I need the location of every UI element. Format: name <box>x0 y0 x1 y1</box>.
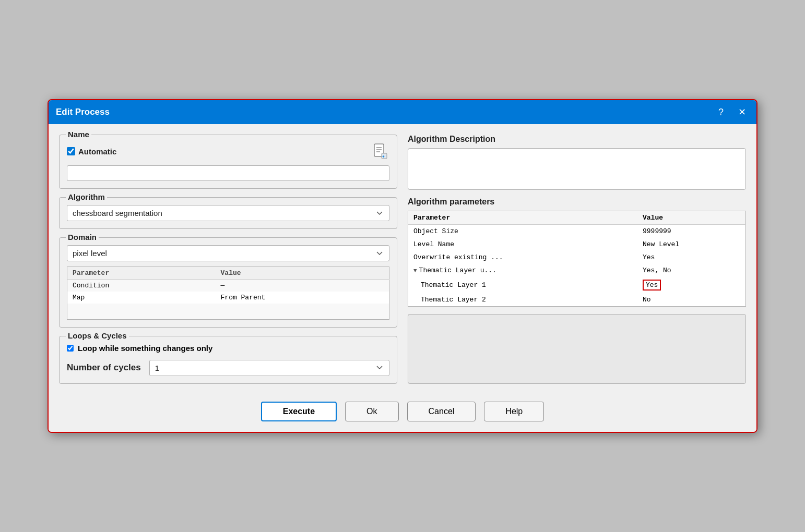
object-size-value: 9999999 <box>637 225 746 238</box>
svg-text:+: + <box>382 154 385 159</box>
thematic-layer-1-value: Yes <box>637 277 746 293</box>
map-param: Map <box>67 292 216 304</box>
loops-section-label: Loops & Cycles <box>66 331 129 340</box>
algo-table-header: Parameter Value <box>408 211 746 225</box>
title-bar-controls: ? ✕ <box>715 105 749 119</box>
table-row: Level Name New Level <box>408 238 746 251</box>
algo-params-table: Parameter Value Object Size 9999999 Leve… <box>408 211 746 307</box>
name-section: Name Automatic + <box>59 135 397 189</box>
right-panel: Algorithm Description Algorithm paramete… <box>408 135 746 384</box>
name-section-label: Name <box>66 130 91 139</box>
svg-rect-3 <box>376 151 380 152</box>
algo-param-header: Parameter <box>408 211 637 225</box>
dialog-footer: Execute Ok Cancel Help <box>49 394 756 432</box>
cancel-button[interactable]: Cancel <box>407 402 476 421</box>
domain-table-header: Parameter Value <box>67 267 389 280</box>
left-panel: Name Automatic + <box>59 135 397 384</box>
algorithm-section-label: Algorithm <box>66 192 107 201</box>
help-button[interactable]: ? <box>715 106 727 119</box>
file-svg-icon: + <box>373 143 388 160</box>
execute-button[interactable]: Execute <box>261 402 337 421</box>
highlighted-value: Yes <box>643 280 661 291</box>
level-name-value: New Level <box>637 238 746 251</box>
table-row: Map From Parent <box>67 292 389 304</box>
loops-section: Loops & Cycles Loop while something chan… <box>59 336 397 384</box>
object-size-param: Object Size <box>408 225 637 238</box>
thematic-layer-u-value: Yes, No <box>637 264 746 277</box>
bottom-text-area <box>408 314 746 384</box>
dialog-body: Name Automatic + <box>49 124 756 394</box>
edit-process-dialog: Edit Process ? ✕ Name Automatic <box>48 99 757 433</box>
ok-button[interactable]: Ok <box>345 402 398 421</box>
algo-desc-wrapper: Algorithm Description <box>408 135 746 190</box>
thematic-layer-u-param: ▼Thematic Layer u... <box>408 264 637 277</box>
algorithm-select[interactable]: chessboard segmentation <box>67 205 389 221</box>
loop-while-label: Loop while something changes only <box>78 344 212 353</box>
dialog-title: Edit Process <box>56 107 110 117</box>
loop-while-checkbox[interactable] <box>67 345 74 352</box>
algo-desc-title: Algorithm Description <box>408 135 746 144</box>
overwrite-value: Yes <box>637 251 746 264</box>
title-bar-left: Edit Process <box>56 107 110 117</box>
thematic-layer-2-value: No <box>637 293 746 307</box>
table-row-empty <box>67 304 389 319</box>
domain-param-table: Parameter Value Condition — Map From Par… <box>67 267 389 320</box>
table-row: ▼Thematic Layer u... Yes, No <box>408 264 746 277</box>
condition-param: Condition <box>67 280 216 292</box>
help-footer-button[interactable]: Help <box>484 402 544 421</box>
loop-cycles-row: Number of cycles 1 <box>67 360 389 376</box>
condition-value: — <box>216 280 389 292</box>
algo-params-title: Algorithm parameters <box>408 197 746 207</box>
close-button[interactable]: ✕ <box>735 105 749 119</box>
table-row: Thematic Layer 2 No <box>408 293 746 307</box>
table-row: Overwrite existing ... Yes <box>408 251 746 264</box>
domain-select[interactable]: pixel level <box>67 245 389 261</box>
name-input[interactable]: chess board: 9999999 creating 'New Level… <box>67 165 389 181</box>
table-row: Thematic Layer 1 Yes <box>408 277 746 293</box>
name-row: Automatic + <box>67 142 389 160</box>
svg-rect-1 <box>376 147 382 148</box>
algo-value-header: Value <box>637 211 746 225</box>
table-row: Condition — <box>67 280 389 292</box>
domain-value-header: Value <box>216 267 389 280</box>
algorithm-section: Algorithm chessboard segmentation <box>59 197 397 229</box>
cycles-label: Number of cycles <box>67 362 141 373</box>
level-name-param: Level Name <box>408 238 637 251</box>
automatic-checkbox[interactable] <box>67 147 75 155</box>
domain-section: Domain pixel level Parameter Value Condi… <box>59 237 397 328</box>
cycles-select[interactable]: 1 <box>149 360 389 376</box>
overwrite-param: Overwrite existing ... <box>408 251 637 264</box>
table-row: Object Size 9999999 <box>408 225 746 238</box>
file-icon[interactable]: + <box>372 142 389 160</box>
tree-arrow-icon: ▼ <box>413 268 417 274</box>
svg-rect-2 <box>376 149 382 150</box>
domain-param-header: Parameter <box>67 267 216 280</box>
loop-checkbox-row: Loop while something changes only <box>67 344 389 353</box>
title-bar: Edit Process ? ✕ <box>49 100 756 124</box>
thematic-layer-1-param: Thematic Layer 1 <box>408 277 637 293</box>
map-value: From Parent <box>216 292 389 304</box>
algo-params-wrapper: Algorithm parameters Parameter Value Obj… <box>408 197 746 307</box>
thematic-layer-2-param: Thematic Layer 2 <box>408 293 637 307</box>
algo-desc-content <box>408 148 746 190</box>
automatic-label[interactable]: Automatic <box>67 147 116 156</box>
domain-section-label: Domain <box>66 233 99 241</box>
